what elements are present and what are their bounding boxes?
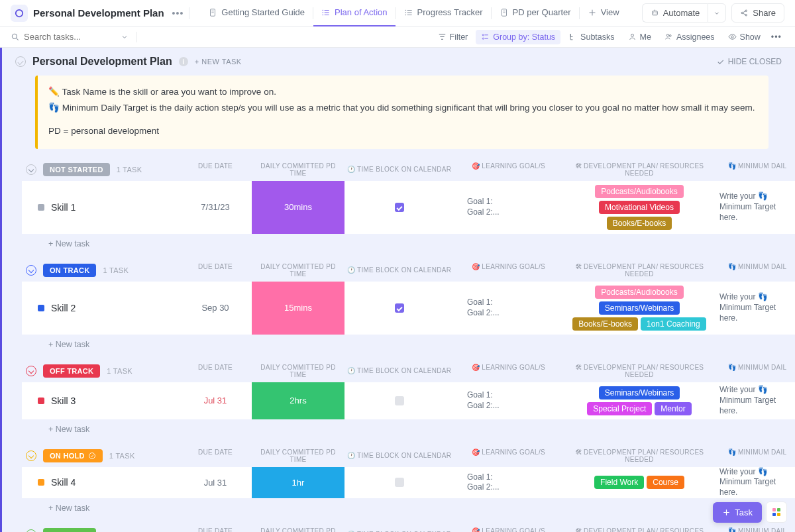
list-header: Personal Development Plan i + NEW TASK H… <box>2 48 795 73</box>
group-by-button[interactable]: Group by: Status <box>476 30 560 44</box>
learning-goals-cell[interactable]: Goal 1:Goal 2:... <box>454 181 563 234</box>
svg-point-20 <box>653 13 654 13</box>
tag[interactable]: Books/E-books <box>607 217 672 230</box>
status-square-icon[interactable] <box>38 204 44 211</box>
task-name[interactable]: Skill 3 <box>51 396 76 406</box>
tab-plan-of-action[interactable]: Plan of Action <box>313 0 396 27</box>
more-icon[interactable]: ••• <box>172 8 184 19</box>
app-icon[interactable] <box>11 5 28 22</box>
svg-rect-19 <box>652 11 657 15</box>
status-pill[interactable]: GOAL MET <box>43 528 96 532</box>
tag[interactable]: Special Project <box>587 402 652 415</box>
status-square-icon[interactable] <box>38 398 44 404</box>
svg-point-14 <box>405 12 406 13</box>
group-header: NOT STARTED 1 TASK DUE DATE DAILY COMMIT… <box>22 162 795 181</box>
time-block-cell[interactable] <box>344 282 454 335</box>
share-button[interactable]: Share <box>731 3 784 23</box>
search-dropdown-icon[interactable] <box>121 33 129 41</box>
group-collapse-toggle[interactable] <box>26 265 36 276</box>
committed-time-cell[interactable]: 2hrs <box>252 382 344 419</box>
due-date-cell[interactable]: Jul 31 <box>179 382 252 419</box>
task-name[interactable]: Skill 4 <box>51 477 76 488</box>
resources-cell[interactable]: Field WorkCourse <box>563 467 716 498</box>
status-square-icon[interactable] <box>38 479 44 486</box>
checkbox[interactable] <box>395 478 404 487</box>
tag[interactable]: Podcasts/Audiobooks <box>595 286 683 299</box>
me-button[interactable]: Me <box>623 30 657 44</box>
learning-goals-cell[interactable]: Goal 1:Goal 2:... <box>454 282 563 335</box>
due-date-cell[interactable]: 7/31/23 <box>179 181 252 234</box>
learning-goals-cell[interactable]: Goal 1:Goal 2:... <box>454 467 563 498</box>
min-target-cell[interactable]: Write your 👣 Minimum Target here. <box>716 467 795 498</box>
col-header-goals: 🎯 LEARNING GOAL/S <box>454 162 563 177</box>
tab-progress-tracker[interactable]: Progress Tracker <box>396 0 491 27</box>
committed-time-cell[interactable]: 1hr <box>252 467 344 498</box>
due-date-cell[interactable]: Sep 30 <box>179 282 252 335</box>
group-collapse-toggle[interactable] <box>26 366 36 376</box>
committed-time-cell[interactable]: 15mins <box>252 282 344 335</box>
status-pill[interactable]: ON TRACK <box>43 264 96 277</box>
tag[interactable]: Seminars/Webinars <box>599 386 680 399</box>
task-row[interactable]: Skill 1 7/31/23 30mins Goal 1:Goal 2:...… <box>22 181 795 234</box>
tag[interactable]: Course <box>647 476 684 489</box>
min-target-cell[interactable]: Write your 👣 Minimum Target here. <box>716 282 795 335</box>
tag[interactable]: 1on1 Coaching <box>641 317 706 331</box>
due-date-cell[interactable]: Jul 31 <box>179 467 252 498</box>
tag[interactable]: Podcasts/Audiobooks <box>595 185 683 198</box>
learning-goals-cell[interactable]: Goal 1:Goal 2:... <box>454 382 563 419</box>
subtasks-button[interactable]: Subtasks <box>563 30 619 44</box>
new-task-button[interactable]: + New task <box>22 419 795 437</box>
group-collapse-toggle[interactable] <box>26 451 36 461</box>
apps-button[interactable] <box>766 502 787 523</box>
tag[interactable]: Books/E-books <box>572 317 638 331</box>
svg-line-29 <box>17 38 19 40</box>
min-target-cell[interactable]: Write your 👣 Minimum Target here. <box>716 181 795 234</box>
task-row[interactable]: Skill 3 Jul 31 2hrs Goal 1:Goal 2:... Se… <box>22 382 795 419</box>
status-pill[interactable]: NOT STARTED <box>43 163 110 176</box>
tag[interactable]: Mentor <box>655 402 691 415</box>
task-name[interactable]: Skill 2 <box>51 303 76 313</box>
resources-cell[interactable]: Podcasts/AudiobooksMotivational VideosBo… <box>563 181 716 234</box>
tab-pd-per-quarter[interactable]: PD per Quarter <box>492 0 579 27</box>
show-button[interactable]: Show <box>723 30 766 44</box>
collapse-list-toggle[interactable] <box>15 56 26 67</box>
col-header-block: 🕐 TIME BLOCK ON CALENDAR <box>344 263 454 278</box>
automate-button[interactable]: Automate <box>642 3 708 23</box>
group-collapse-toggle[interactable] <box>26 164 36 175</box>
assignees-button[interactable]: Assignees <box>659 30 720 44</box>
new-task-button[interactable]: + New task <box>22 498 795 515</box>
info-icon[interactable]: i <box>179 57 188 66</box>
task-row[interactable]: Skill 4 Jul 31 1hr Goal 1:Goal 2:... Fie… <box>22 467 795 498</box>
automate-dropdown[interactable] <box>708 3 726 23</box>
time-block-cell[interactable] <box>344 382 454 419</box>
hide-closed-button[interactable]: HIDE CLOSED <box>716 57 782 66</box>
status-square-icon[interactable] <box>38 305 44 311</box>
tab-getting-started-guide[interactable]: Getting Started Guide <box>200 0 313 27</box>
committed-time-cell[interactable]: 30mins <box>252 181 344 234</box>
resources-cell[interactable]: Podcasts/AudiobooksSeminars/WebinarsBook… <box>563 282 716 335</box>
search-input[interactable] <box>24 32 117 42</box>
tag[interactable]: Seminars/Webinars <box>599 301 680 315</box>
task-row[interactable]: Skill 2 Sep 30 15mins Goal 1:Goal 2:... … <box>22 282 795 335</box>
checkbox[interactable] <box>395 303 404 313</box>
task-name[interactable]: Skill 1 <box>51 202 76 213</box>
time-block-cell[interactable] <box>344 181 454 234</box>
time-block-cell[interactable] <box>344 467 454 498</box>
tag[interactable]: Motivational Videos <box>599 201 680 214</box>
new-task-button[interactable]: + New task <box>22 335 795 352</box>
new-task-header-button[interactable]: + NEW TASK <box>195 58 242 66</box>
tab-view[interactable]: View <box>580 0 627 27</box>
status-pill[interactable]: ON HOLD <box>43 449 103 462</box>
more-toolbar-button[interactable]: ••• <box>768 30 784 44</box>
new-task-button[interactable]: + New task <box>22 234 795 251</box>
checkbox[interactable] <box>395 203 404 212</box>
filter-button[interactable]: Filter <box>433 30 474 44</box>
status-pill[interactable]: OFF TRACK <box>43 364 100 378</box>
svg-point-35 <box>666 34 668 36</box>
tag[interactable]: Field Work <box>594 476 644 489</box>
resources-cell[interactable]: Seminars/WebinarsSpecial ProjectMentor <box>563 382 716 419</box>
group-collapse-toggle[interactable] <box>26 529 36 532</box>
checkbox[interactable] <box>395 396 404 405</box>
min-target-cell[interactable]: Write your 👣 Minimum Target here. <box>716 382 795 419</box>
new-task-fab[interactable]: Task <box>713 502 762 523</box>
